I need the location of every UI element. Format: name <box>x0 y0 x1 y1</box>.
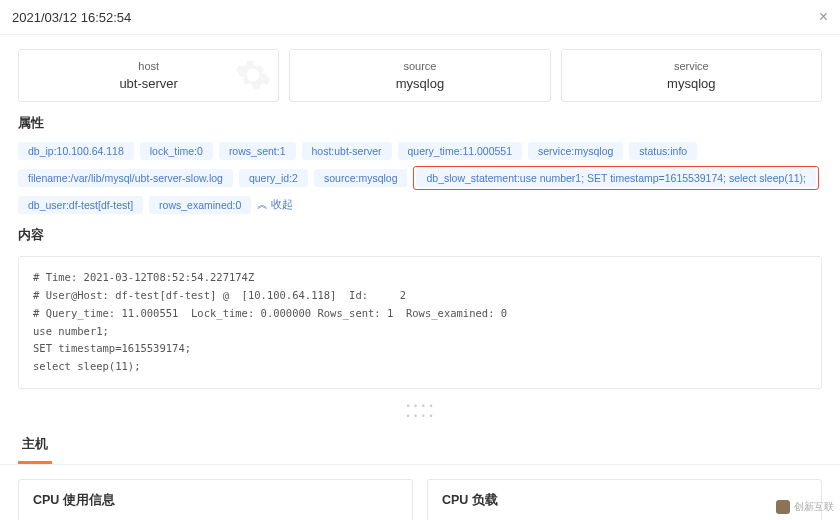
tabs-bar: 主机 <box>0 427 840 465</box>
attribute-tag[interactable]: rows_examined:0 <box>149 196 251 214</box>
attribute-tag[interactable]: service:mysqlog <box>528 142 623 160</box>
watermark: 创新互联 <box>776 500 834 514</box>
info-card-host: host ubt-server <box>18 49 279 102</box>
chart-title: CPU 使用信息 <box>33 492 398 509</box>
chart-cpu-load: CPU 负载 1.801.501.200.900.600.300.0016:30… <box>427 479 822 520</box>
tags-container: db_ip:10.100.64.118lock_time:0rows_sent:… <box>0 138 840 222</box>
attribute-tag[interactable]: host:ubt-server <box>302 142 392 160</box>
collapse-link[interactable]: ︽ 收起 <box>257 198 293 212</box>
attribute-tag[interactable]: query_id:2 <box>239 169 308 187</box>
watermark-icon <box>776 500 790 514</box>
info-card-value: mysqlog <box>572 76 811 91</box>
chevron-up-icon: ︽ <box>257 198 268 212</box>
info-card-label: source <box>300 60 539 72</box>
section-title-attrs: 属性 <box>0 110 840 138</box>
attribute-tag[interactable]: db_slow_statement:use number1; SET times… <box>416 169 816 187</box>
attribute-tag[interactable]: filename:/var/lib/mysql/ubt-server-slow.… <box>18 169 233 187</box>
info-card-source: source mysqlog <box>289 49 550 102</box>
info-card-label: service <box>572 60 811 72</box>
attribute-tag[interactable]: db_user:df-test[df-test] <box>18 196 143 214</box>
info-card-service: service mysqlog <box>561 49 822 102</box>
info-card-value: mysqlog <box>300 76 539 91</box>
header-timestamp: 2021/03/12 16:52:54 <box>12 10 131 25</box>
header-bar: 2021/03/12 16:52:54 × <box>0 0 840 35</box>
attribute-tag[interactable]: status:info <box>629 142 697 160</box>
chart-cpu-usage: CPU 使用信息 25 %20 %15 %10 %5 %0 %16:3016:4… <box>18 479 413 520</box>
info-card-label: host <box>29 60 268 72</box>
attribute-tag[interactable]: query_time:11.000551 <box>398 142 523 160</box>
watermark-text: 创新互联 <box>794 500 834 514</box>
info-card-value: ubt-server <box>29 76 268 91</box>
gear-icon <box>234 56 272 94</box>
attribute-tag[interactable]: source:mysqlog <box>314 169 408 187</box>
charts-row: CPU 使用信息 25 %20 %15 %10 %5 %0 %16:3016:4… <box>0 465 840 520</box>
drag-handle-icon[interactable]: • • • •• • • • <box>0 399 840 427</box>
chart-title: CPU 负载 <box>442 492 807 509</box>
attribute-tag[interactable]: db_ip:10.100.64.118 <box>18 142 134 160</box>
attribute-tag-highlighted[interactable]: db_slow_statement:use number1; SET times… <box>413 166 819 190</box>
tab-host[interactable]: 主机 <box>18 427 52 464</box>
section-title-content: 内容 <box>0 222 840 250</box>
attribute-tag[interactable]: rows_sent:1 <box>219 142 296 160</box>
close-icon[interactable]: × <box>819 8 828 26</box>
attribute-tag[interactable]: lock_time:0 <box>140 142 213 160</box>
info-card-row: host ubt-server source mysqlog service m… <box>0 35 840 110</box>
content-box: # Time: 2021-03-12T08:52:54.227174Z # Us… <box>18 256 822 389</box>
